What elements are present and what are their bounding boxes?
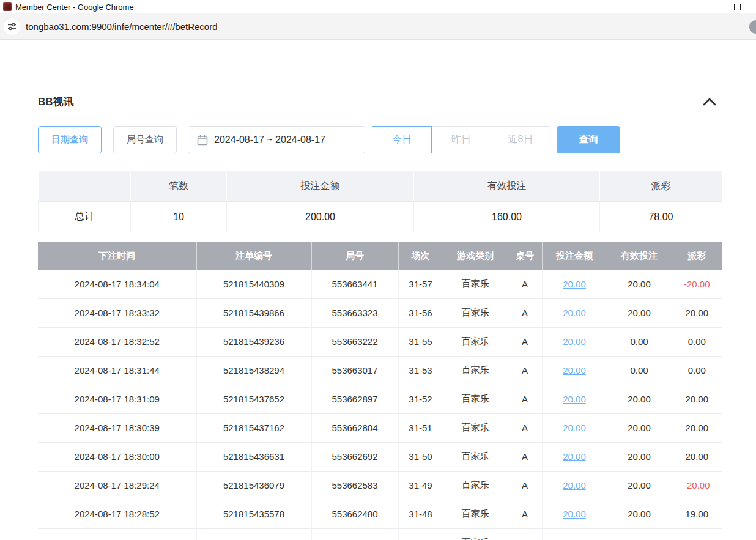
table-row: 2024-08-17 18:30:39 521815437162 5536628… bbox=[38, 413, 722, 442]
date-range-picker[interactable]: 2024-08-17 ~ 2024-08-17 bbox=[188, 126, 365, 153]
browser-avatar-icon[interactable] bbox=[749, 20, 756, 34]
table-no-cell: A bbox=[508, 413, 542, 442]
round-no-cell: 553662897 bbox=[311, 385, 398, 413]
session-cell: 31-50 bbox=[398, 442, 443, 471]
maximize-icon bbox=[734, 4, 741, 10]
table-no-cell: A bbox=[508, 528, 542, 540]
url-text[interactable]: tongbao31.com:9900/infe/mcenter/#/betRec… bbox=[26, 21, 218, 32]
header-session: 场次 bbox=[398, 242, 443, 270]
bet-amount-cell: 20.00 bbox=[542, 528, 607, 540]
search-button[interactable]: 查询 bbox=[557, 126, 620, 153]
date-range-value: 2024-08-17 ~ 2024-08-17 bbox=[214, 135, 325, 146]
summary-header-valid-bet: 有效投注 bbox=[414, 171, 600, 202]
table-no-cell: A bbox=[508, 327, 542, 356]
yesterday-button[interactable]: 昨日 bbox=[431, 126, 491, 153]
summary-valid-bet-value: 160.00 bbox=[414, 202, 600, 232]
payout-cell: 19.00 bbox=[672, 500, 722, 528]
valid-bet-cell: 20.00 bbox=[607, 298, 672, 327]
bet-time-cell: 2024-08-17 18:30:39 bbox=[38, 413, 196, 442]
payout-cell: -20.00 bbox=[672, 471, 722, 500]
window-controls bbox=[692, 0, 745, 13]
collapse-panel-button[interactable] bbox=[700, 94, 719, 109]
tune-icon bbox=[7, 22, 17, 31]
game-type-cell: 百家乐 bbox=[443, 385, 508, 413]
bet-amount-cell: 20.00 bbox=[542, 270, 607, 298]
payout-cell: 0.00 bbox=[672, 327, 722, 356]
site-settings-button[interactable] bbox=[4, 18, 20, 35]
valid-bet-cell: 20.00 bbox=[607, 442, 672, 471]
last-8-days-button[interactable]: 近8日 bbox=[491, 126, 550, 153]
payout-cell: 20.00 bbox=[672, 442, 722, 471]
bet-amount-link[interactable]: 20.00 bbox=[563, 308, 586, 318]
bet-amount-cell: 20.00 bbox=[542, 471, 607, 500]
bet-amount-link[interactable]: 20.00 bbox=[563, 538, 586, 540]
bet-table-header-row: 下注时间 注单编号 局号 场次 游戏类别 桌号 投注金额 有效投注 派彩 bbox=[38, 242, 722, 270]
table-row: 2024-08-17 18:28:52 521815435578 5536624… bbox=[38, 500, 722, 528]
bet-amount-link[interactable]: 20.00 bbox=[563, 509, 586, 519]
quick-date-group: 今日 昨日 近8日 bbox=[372, 126, 550, 153]
bet-amount-cell: 20.00 bbox=[542, 385, 607, 413]
valid-bet-cell: 20.00 bbox=[607, 471, 672, 500]
valid-bet-cell: 20.00 bbox=[607, 385, 672, 413]
valid-bet-cell: 20.00 bbox=[607, 528, 672, 540]
date-query-tab[interactable]: 日期查询 bbox=[38, 126, 102, 153]
table-row: 2024-08-17 18:30:00 521815436631 5536626… bbox=[38, 442, 722, 471]
summary-payout-value: 78.00 bbox=[600, 202, 722, 232]
window-title: Member Center - Google Chrome bbox=[15, 2, 134, 12]
address-bar[interactable]: tongbao31.com:9900/infe/mcenter/#/betRec… bbox=[0, 13, 756, 40]
table-no-cell: A bbox=[508, 270, 542, 298]
valid-bet-cell: 0.00 bbox=[607, 356, 672, 385]
table-row: 2024-08-17 18:34:04 521815440309 5536634… bbox=[38, 270, 722, 298]
payout-cell: 20.00 bbox=[672, 385, 722, 413]
header-round-no: 局号 bbox=[311, 242, 398, 270]
bet-amount-link[interactable]: 20.00 bbox=[563, 423, 586, 433]
bet-amount-link[interactable]: 20.00 bbox=[563, 365, 586, 375]
minimize-icon bbox=[697, 7, 704, 7]
bet-time-cell: 2024-08-17 18:28:52 bbox=[38, 500, 196, 528]
summary-header-row: 笔数 投注金额 有效投注 派彩 bbox=[39, 171, 722, 202]
summary-bet-amount-value: 200.00 bbox=[227, 202, 414, 232]
order-no-cell: 521815436631 bbox=[196, 442, 311, 471]
round-query-tab[interactable]: 局号查询 bbox=[113, 126, 177, 153]
table-no-cell: A bbox=[508, 442, 542, 471]
game-type-cell: 百家乐 bbox=[443, 356, 508, 385]
session-cell: 31-52 bbox=[398, 385, 443, 413]
window-titlebar: Member Center - Google Chrome bbox=[0, 0, 756, 13]
table-row: 2024-08-17 18:29:24 521815436079 5536625… bbox=[38, 471, 722, 500]
minimize-button[interactable] bbox=[692, 1, 708, 13]
order-no-cell: 521815439866 bbox=[196, 298, 311, 327]
game-type-cell: 百家乐 bbox=[443, 528, 508, 540]
payout-cell: 0.00 bbox=[672, 356, 722, 385]
order-no-cell: 521815435578 bbox=[196, 500, 311, 528]
maximize-button[interactable] bbox=[729, 1, 745, 13]
table-no-cell: A bbox=[508, 385, 542, 413]
bet-amount-link[interactable]: 20.00 bbox=[563, 336, 586, 347]
bet-amount-link[interactable]: 20.00 bbox=[563, 279, 586, 289]
table-row: 2024-08-17 18:33:32 521815439866 5536633… bbox=[38, 298, 722, 327]
round-no-cell: 553662364 bbox=[311, 528, 398, 540]
page-title: BB视讯 bbox=[38, 95, 74, 109]
bet-amount-link[interactable]: 20.00 bbox=[563, 394, 586, 404]
order-no-cell: 521815437652 bbox=[196, 385, 311, 413]
header-order-no: 注单编号 bbox=[196, 242, 311, 270]
bet-time-cell: 2024-08-17 18:31:44 bbox=[38, 356, 196, 385]
order-no-cell: 521815439236 bbox=[196, 327, 311, 356]
today-button[interactable]: 今日 bbox=[372, 126, 432, 153]
bet-record-page: BB视讯 日期查询 局号查询 2024-08-17 ~ 2024-08-17 今… bbox=[0, 40, 756, 540]
calendar-icon bbox=[197, 135, 208, 146]
round-no-cell: 553663222 bbox=[311, 327, 398, 356]
valid-bet-cell: 20.00 bbox=[607, 270, 672, 298]
bet-amount-link[interactable]: 20.00 bbox=[563, 480, 586, 490]
table-row: 2024-08-17 18:28:22 521815435131 5536623… bbox=[38, 528, 722, 540]
bet-amount-link[interactable]: 20.00 bbox=[563, 451, 586, 462]
table-row: 2024-08-17 18:31:44 521815438294 5536630… bbox=[38, 356, 722, 385]
payout-cell: 19.00 bbox=[672, 528, 722, 540]
table-no-cell: A bbox=[508, 298, 542, 327]
header-game-type: 游戏类别 bbox=[443, 242, 508, 270]
order-no-cell: 521815436079 bbox=[196, 471, 311, 500]
session-cell: 31-48 bbox=[398, 500, 443, 528]
bet-time-cell: 2024-08-17 18:30:00 bbox=[38, 442, 196, 471]
table-row: 2024-08-17 18:31:09 521815437652 5536628… bbox=[38, 385, 722, 413]
bet-amount-cell: 20.00 bbox=[542, 298, 607, 327]
session-cell: 31-56 bbox=[398, 298, 443, 327]
